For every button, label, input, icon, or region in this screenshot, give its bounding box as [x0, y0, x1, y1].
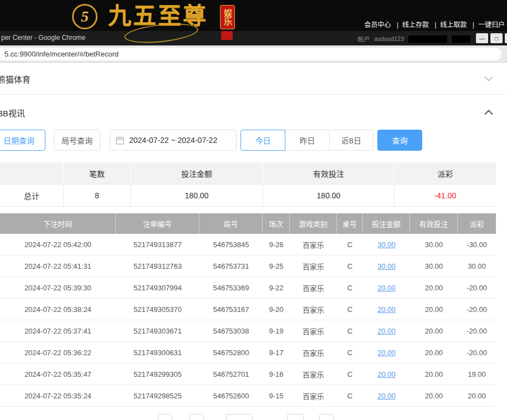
bet-amount-link[interactable]: 20.00: [377, 392, 396, 400]
site-header: 5 九五至尊 娱乐 会员中心 线上存款 线上取款 一键归户: [0, 0, 507, 31]
round-query-button[interactable]: 局号查询: [54, 130, 100, 151]
bet-table-body: 2024-07-22 05:42:00 521749313877 5467538…: [0, 234, 496, 407]
cell-time: 2024-07-22 05:37:41: [0, 320, 116, 341]
cell-time: 2024-07-22 05:39:30: [0, 277, 116, 298]
cell-table-no: C: [337, 363, 363, 385]
cell-round-no: 546752800: [199, 342, 263, 363]
address-bar[interactable]: 5.cc:9900/infe/mcenter/#/betRecord: [0, 48, 501, 60]
yesterday-button[interactable]: 昨日: [285, 130, 330, 151]
filter-bar: 日期查询 局号查询 2024-07-22 ~ 2024-07-22 今日 昨日 …: [0, 130, 507, 162]
url-text: 5.cc:9900/infe/mcenter/#/betRecord: [4, 50, 119, 58]
pagination-control[interactable]: [158, 414, 172, 420]
pagination-control[interactable]: [190, 414, 204, 420]
chevron-down-icon[interactable]: [484, 75, 494, 81]
bet-amount-link[interactable]: 20.00: [377, 305, 396, 314]
cell-round-no: 546753731: [199, 255, 263, 276]
brand-seal-icon: [221, 31, 233, 40]
cell-table-no: C: [337, 255, 363, 276]
browser-titlebar: per Center - Google Chrome 帐户 asdasd123 …: [0, 31, 507, 45]
top-nav: 会员中心 线上存款 线上取款 一键归户: [365, 19, 505, 29]
nav-online-deposit[interactable]: 线上存款: [393, 21, 429, 29]
window-title: per Center - Google Chrome: [1, 34, 85, 42]
cell-table-no: C: [337, 320, 363, 341]
cell-game-type: 百家乐: [290, 277, 337, 298]
cell-round-no: 546753038: [199, 320, 263, 341]
account-name: asdasd123: [374, 35, 404, 42]
table-row: 2024-07-22 05:37:41 521749303671 5467530…: [0, 320, 496, 342]
cell-session: 9-20: [263, 299, 290, 320]
cell-payout: -20.00: [458, 342, 496, 363]
pagination-control[interactable]: [287, 414, 304, 420]
nav-one-key-transfer[interactable]: 一键归户: [469, 21, 505, 29]
cell-valid-bet: 30.00: [410, 234, 458, 255]
date-query-button[interactable]: 日期查询: [0, 130, 45, 151]
bet-amount-link[interactable]: 20.00: [377, 284, 396, 292]
bet-table-header: 下注时间 注单编号 局号 场次 游戏类别 桌号 投注金额 有效投注 派彩: [0, 213, 496, 234]
bet-record-table: 下注时间 注单编号 局号 场次 游戏类别 桌号 投注金额 有效投注 派彩 202…: [0, 213, 496, 407]
header-order-no: 注单编号: [116, 213, 199, 234]
cell-time: 2024-07-22 05:42:00: [0, 234, 116, 255]
bet-amount-link[interactable]: 20.00: [377, 327, 396, 335]
today-button[interactable]: 今日: [240, 130, 285, 151]
pagination: [0, 414, 507, 420]
brand-title: 九五至尊: [108, 2, 208, 30]
cell-table-no: C: [337, 299, 363, 320]
page-content: 熊猫体育 BB视讯 日期查询 局号查询 2024-07-22 ~ 2024: [0, 63, 507, 420]
summary-bet-value: 180.00: [131, 185, 263, 207]
cell-order-no: 521749307994: [116, 277, 199, 298]
cell-payout: -20.00: [458, 320, 496, 341]
table-row: 2024-07-22 05:41:31 521749312763 5467537…: [0, 255, 496, 277]
bet-amount-link[interactable]: 20.00: [377, 370, 396, 378]
cell-valid-bet: 30.00: [410, 255, 458, 276]
cell-order-no: 521749303671: [116, 320, 199, 341]
bet-amount-link[interactable]: 30.00: [377, 262, 396, 270]
summary-header-row: 笔数 投注金额 有效投注 派彩: [0, 162, 496, 185]
cell-session: 9-22: [263, 277, 290, 298]
close-button[interactable]: ✕: [505, 33, 507, 43]
chevron-up-icon[interactable]: [484, 109, 494, 115]
cell-valid-bet: 20.00: [410, 342, 458, 363]
summary-total-label: 总计: [0, 185, 64, 207]
nav-online-withdraw[interactable]: 线上取款: [431, 21, 467, 29]
cell-table-no: C: [337, 234, 363, 255]
account-strip: 帐户 asdasd123: [357, 34, 470, 43]
table-row: 2024-07-22 05:39:30 521749307994 5467533…: [0, 277, 496, 299]
maximize-button[interactable]: □: [490, 33, 503, 43]
cell-order-no: 521749313877: [116, 234, 199, 255]
table-row: 2024-07-22 05:42:00 521749313877 5467538…: [0, 234, 496, 255]
header-time: 下注时间: [0, 213, 116, 234]
cell-time: 2024-07-22 05:35:47: [0, 363, 116, 385]
cell-time: 2024-07-22 05:38:24: [0, 299, 116, 320]
pagination-control[interactable]: [319, 414, 334, 420]
bet-amount-link[interactable]: 30.00: [377, 240, 396, 249]
bet-amount-link[interactable]: 20.00: [377, 349, 396, 357]
summary-count-value: 8: [64, 185, 131, 207]
cell-payout: 20.00: [458, 385, 496, 406]
cell-payout: 19.00: [458, 363, 496, 385]
cell-round-no: 546753845: [199, 234, 263, 255]
cell-round-no: 546752600: [199, 385, 263, 406]
cell-round-no: 546752701: [199, 363, 263, 385]
cell-order-no: 521749305370: [116, 299, 199, 320]
cell-order-no: 521749312763: [116, 255, 199, 276]
pagination-control[interactable]: [226, 414, 253, 420]
search-button[interactable]: 查询: [377, 130, 422, 151]
cell-session: 9-16: [263, 363, 290, 385]
cell-session: 9-19: [263, 320, 290, 341]
window-controls: — □ ✕: [476, 33, 507, 43]
nav-member-center[interactable]: 会员中心: [365, 21, 391, 29]
date-range-picker[interactable]: 2024-07-22 ~ 2024-07-22: [110, 130, 237, 151]
cell-game-type: 百家乐: [290, 320, 337, 341]
last-8-days-button[interactable]: 近8日: [329, 130, 373, 151]
minimize-button[interactable]: —: [476, 33, 488, 43]
table-row: 2024-07-22 05:35:47 521749299305 5467527…: [0, 363, 496, 385]
date-range-value: 2024-07-22 ~ 2024-07-22: [129, 136, 217, 145]
summary-total-row: 总计 8 180.00 180.00 -41.00: [0, 185, 496, 207]
summary-header-count: 笔数: [64, 162, 131, 185]
section-panda-sports[interactable]: 熊猫体育: [0, 63, 507, 95]
section-bb-video[interactable]: BB视讯: [0, 95, 507, 130]
summary-header-payout: 派彩: [395, 162, 496, 185]
summary-payout-value: -41.00: [395, 185, 496, 207]
summary-header-bet: 投注金额: [131, 162, 263, 185]
brand-badge: 娱乐: [220, 5, 235, 29]
